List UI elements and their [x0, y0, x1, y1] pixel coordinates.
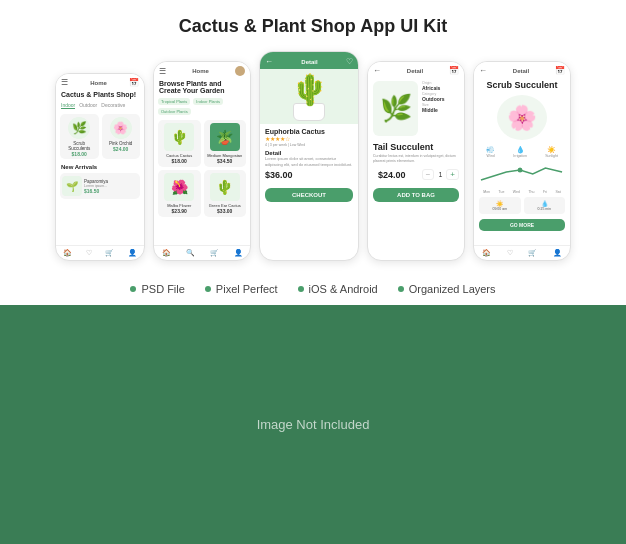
arrival-img-1: 🌱 [62, 176, 82, 196]
plant-price-1: $18.00 [72, 151, 87, 157]
p2-card-price-1: $18.00 [172, 158, 187, 164]
add-to-bag-button[interactable]: ADD TO BAG [373, 188, 459, 202]
plant-card-2[interactable]: 🌸 Pink Orchid $24.00 [102, 114, 141, 159]
feature-label-psd: PSD File [141, 283, 184, 295]
phone-3: ← Detail ♡ 🌵 Euphorbia Cactus ★★★★☆ 4 | … [259, 51, 359, 261]
phone5-chart [474, 160, 570, 190]
phone-1: ☰ Home 📅 Cactus & Plants Shop! Indoor Ou… [55, 73, 145, 261]
phone1-bottom-nav: 🏠 ♡ 🛒 👤 [56, 245, 144, 260]
p2-card-img-4: 🌵 [210, 173, 240, 201]
wind-icon: 💨 [486, 146, 495, 154]
feature-dot-layers [398, 286, 404, 292]
phone4-plant-info: Origin Africais Category Outdoors Size M… [422, 81, 459, 136]
p2-card-img-1: 🌵 [164, 123, 194, 151]
feature-ios: iOS & Android [298, 283, 378, 295]
chart-svg [479, 162, 565, 184]
sunlight-icon: ☀️ [547, 146, 556, 154]
p2-card-price-4: $33.00 [217, 208, 232, 214]
phone3-detail-label: Detail [301, 59, 317, 65]
tab-indoor[interactable]: Indoor [61, 102, 75, 109]
phone-4: ← Detail 📅 🌿 Origin Africais Category Ou… [367, 61, 465, 261]
p5-heart-icon[interactable]: ♡ [507, 249, 513, 257]
metric-irrigation: 💧 Irrigation [513, 146, 527, 158]
tab-outdoor[interactable]: Outdoor [79, 102, 97, 109]
phone5-bottom-nav: 🏠 ♡ 🛒 👤 [474, 245, 570, 260]
sched-water: 💧 0:25 min [524, 197, 566, 214]
phone4-origin-row: Origin Africais [422, 81, 459, 91]
plant-name-1: Scrub Succulents [62, 141, 97, 151]
phone2-home-label: Home [192, 68, 209, 74]
phone4-plant-desc: Curabitur lectus est, interdum in volutp… [368, 152, 464, 166]
arrivals-row: 🌱 Paparomiya Lorem ipsum... $16.50 [56, 171, 144, 201]
phone4-category-row: Category Outdoors [422, 92, 459, 102]
home-nav-icon[interactable]: 🏠 [63, 249, 72, 257]
p2-search-icon[interactable]: 🔍 [186, 249, 195, 257]
quantity-plus[interactable]: + [446, 169, 459, 180]
p2-card-img-2: 🪴 [210, 123, 240, 151]
checkout-button[interactable]: CHECKOUT [265, 188, 353, 202]
phone3-plant-name: Euphorbia Cactus [265, 128, 353, 135]
p5-user-icon[interactable]: 👤 [553, 249, 562, 257]
cart-nav-icon[interactable]: 🛒 [105, 249, 114, 257]
sched-water-time: 0:25 min [538, 207, 551, 211]
phones-row: ☰ Home 📅 Cactus & Plants Shop! Indoor Ou… [45, 51, 581, 273]
main-background: Cactus & Plant Shop App UI Kit ☰ Home 📅 … [0, 0, 626, 544]
heart-nav-icon[interactable]: ♡ [86, 249, 92, 257]
phone1-plants-row: 🌿 Scrub Succulents $18.00 🌸 Pink Orchid … [56, 111, 144, 162]
bottom-text: Image Not Included [257, 417, 370, 432]
wind-label: Wind [487, 154, 495, 158]
phone4-back-icon[interactable]: ← [373, 66, 381, 75]
p2-card-3[interactable]: 🌺 Malba Flower $23.90 [158, 170, 201, 217]
cat-tropical[interactable]: Tropical Plants [158, 98, 190, 105]
arrival-card-1[interactable]: 🌱 Paparomiya Lorem ipsum... $16.50 [60, 173, 140, 199]
p2-cart-icon[interactable]: 🛒 [210, 249, 219, 257]
quantity-minus[interactable]: − [422, 169, 435, 180]
phone4-plant-img: 🌿 [373, 81, 418, 136]
feature-label-ios: iOS & Android [309, 283, 378, 295]
phone2-grid: 🌵 Cactus Cactus $18.00 🪴 Medium Mangosta… [154, 117, 250, 220]
sched-sun: ☀️ 09:00 am [479, 197, 521, 214]
feature-psd: PSD File [130, 283, 184, 295]
cat-indoor[interactable]: Indoor Plants [193, 98, 223, 105]
phone3-heart-icon[interactable]: ♡ [346, 57, 353, 66]
phone1-header: ☰ Home 📅 [56, 74, 144, 89]
phone3-plant-area: 🌵 [260, 69, 358, 124]
p5-cart-icon[interactable]: 🛒 [528, 249, 537, 257]
arrival-info-1: Paparomiya Lorem ipsum... $16.50 [84, 179, 108, 194]
phone3-plant-emoji: 🌵 [291, 72, 328, 107]
p2-user-icon[interactable]: 👤 [234, 249, 243, 257]
p2-card-1[interactable]: 🌵 Cactus Cactus $18.00 [158, 120, 201, 167]
cat-outdoor[interactable]: Outdoor Plants [158, 108, 191, 115]
tab-decorative[interactable]: Decorative [101, 102, 125, 109]
phone1-home-label: Home [90, 80, 107, 86]
feature-pixel: Pixel Perfect [205, 283, 278, 295]
phone1-shop-title: Cactus & Plants Shop! [56, 89, 144, 100]
phone2-menu-icon: ☰ [159, 67, 166, 76]
plant-card-1[interactable]: 🌿 Scrub Succulents $18.00 [60, 114, 99, 159]
calendar-icon: 📅 [129, 78, 139, 87]
phone2-bottom-nav: 🏠 🔍 🛒 👤 [154, 245, 250, 260]
phone5-metrics: 💨 Wind 💧 Irrigation ☀️ Sunlight [474, 142, 570, 160]
p2-home-icon[interactable]: 🏠 [162, 249, 171, 257]
p2-card-4[interactable]: 🌵 Green Ear Cactus $33.00 [204, 170, 247, 217]
p2-card-img-3: 🌺 [164, 173, 194, 201]
user-nav-icon[interactable]: 👤 [128, 249, 137, 257]
phone5-back-icon[interactable]: ← [479, 66, 487, 75]
p2-card-2[interactable]: 🪴 Medium Mangostan $34.50 [204, 120, 247, 167]
phone3-detail-desc: Lorem ipsum dolor sit amet, consectetur … [265, 156, 353, 167]
metric-wind: 💨 Wind [486, 146, 495, 158]
phone3-header: ← Detail ♡ [260, 52, 358, 69]
plant-img-1: 🌿 [68, 117, 90, 139]
phone4-header: ← Detail 📅 [368, 62, 464, 77]
sched-water-icon: 💧 [541, 200, 548, 207]
feature-label-pixel: Pixel Perfect [216, 283, 278, 295]
feature-label-layers: Organized Layers [409, 283, 496, 295]
main-title: Cactus & Plant Shop App UI Kit [179, 16, 447, 37]
phone4-price: $24.00 [373, 168, 411, 182]
phone4-category-val: Outdoors [422, 96, 459, 102]
p5-home-icon[interactable]: 🏠 [482, 249, 491, 257]
phone-2: ☰ Home Browse Plants and Create Your Gar… [153, 61, 251, 261]
go-more-button[interactable]: GO MORE [479, 219, 565, 231]
svg-point-0 [518, 168, 523, 173]
phone3-back-icon[interactable]: ← [265, 57, 273, 66]
